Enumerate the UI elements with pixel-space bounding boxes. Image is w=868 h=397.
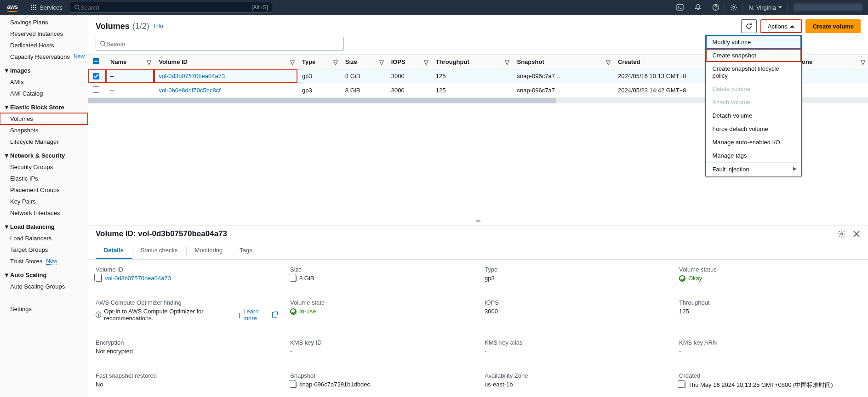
refresh-button[interactable] (741, 19, 757, 33)
sidebar-item-dedicated-hosts[interactable]: Dedicated Hosts (0, 40, 88, 51)
help-icon[interactable] (707, 0, 725, 15)
sidebar-item-ami-catalog[interactable]: AMI Catalog (0, 88, 88, 99)
sidebar-item-placement-groups[interactable]: Placement Groups (0, 184, 88, 196)
column-snapshot[interactable]: Snapshot▽ (512, 55, 613, 69)
sidebar-item-key-pairs[interactable]: Key Pairs (0, 196, 88, 207)
caret-down-icon: ▼ (4, 104, 8, 111)
field-kms-alias: KMS key alias- (485, 339, 666, 355)
sidebar-item-security-groups[interactable]: Security Groups (0, 161, 88, 173)
menu-item-manage-auto-enabled-i-o[interactable]: Manage auto-enabled I/O (706, 136, 801, 149)
copy-icon[interactable] (679, 382, 685, 388)
detail-body: Volume IDvol-0d3b07570bea04a73Size8 GiBT… (88, 260, 868, 397)
aws-logo[interactable]: aws (0, 3, 25, 12)
sidebar-item-network-interfaces[interactable]: Network Interfaces (0, 207, 88, 219)
check-circle-icon (679, 275, 685, 282)
copy-icon[interactable] (96, 275, 102, 282)
refresh-icon (745, 23, 753, 30)
field-optimizer: AWS Compute Optimizer findingiOpt-in to … (96, 299, 277, 322)
column-size[interactable]: Size▽ (341, 55, 387, 69)
sidebar-item-snapshots[interactable]: Snapshots (0, 125, 88, 136)
table-search-input[interactable] (106, 40, 340, 47)
global-search-input[interactable] (80, 4, 251, 11)
column-throughput[interactable]: Throughput▽ (431, 55, 513, 69)
filter-icon[interactable]: ▽ (290, 58, 295, 65)
sidebar-item-images[interactable]: ▼Images (0, 62, 88, 76)
sidebar-item-savings-plans[interactable]: Savings Plans (0, 17, 88, 28)
filter-icon[interactable]: ▽ (333, 58, 338, 65)
sidebar-item-load-balancing[interactable]: ▼Load Balancing (0, 219, 88, 233)
notifications-icon[interactable] (689, 0, 707, 15)
menu-item-detach-volume[interactable]: Detach volume (706, 109, 801, 122)
gear-icon[interactable] (838, 230, 846, 238)
filter-icon[interactable]: ▽ (861, 58, 865, 65)
region-selector[interactable]: N. Virginia (743, 4, 788, 11)
search-icon (74, 4, 80, 11)
topnav-right: N. Virginia (671, 0, 868, 15)
account-menu[interactable] (794, 4, 862, 11)
services-menu[interactable]: Services (25, 0, 68, 15)
sidebar-item-auto-scaling[interactable]: ▼Auto Scaling (0, 267, 88, 281)
sidebar-item-auto-scaling-groups[interactable]: Auto Scaling Groups (0, 281, 88, 292)
actions-button[interactable]: Actions (760, 19, 802, 33)
field-az: Availability Zoneus-east-1b (485, 372, 666, 389)
row-checkbox[interactable] (93, 86, 99, 93)
sidebar-item-elastic-block-store[interactable]: ▼Elastic Block Store (0, 99, 88, 113)
field-kms-id: KMS key ID- (290, 339, 472, 355)
filter-icon[interactable]: ▽ (424, 58, 428, 65)
sidebar-item-capacity-reservations[interactable]: Capacity ReservationsNew (0, 51, 88, 62)
menu-item-manage-tags[interactable]: Manage tags (706, 149, 801, 162)
menu-item-create-snapshot-lifecycle-policy[interactable]: Create snapshot lifecycle policy (706, 62, 801, 82)
menu-item-create-snapshot[interactable]: Create snapshot (706, 49, 801, 62)
filter-icon[interactable]: ▽ (606, 58, 611, 65)
filter-icon[interactable]: ▽ (147, 58, 151, 65)
value-link[interactable]: vol-0d3b07570bea04a73 (105, 275, 171, 282)
create-volume-button[interactable]: Create volume (805, 19, 861, 33)
sidebar-item-volumes[interactable]: Volumes (0, 113, 88, 125)
copy-icon[interactable] (290, 381, 297, 388)
sidebar-item-network-security[interactable]: ▼Network & Security (0, 147, 88, 161)
tab-monitoring[interactable]: Monitoring (187, 242, 231, 259)
page-title: Volumes (1/2) (96, 22, 149, 31)
tab-tags[interactable]: Tags (231, 242, 260, 259)
menu-item-modify-volume[interactable]: Modify volume (706, 35, 801, 49)
filter-icon[interactable]: ▽ (505, 58, 509, 65)
sidebar-item-trust-stores[interactable]: Trust StoresNew (0, 255, 88, 267)
learn-more-link[interactable]: Learn more (243, 308, 269, 322)
services-label: Services (40, 4, 63, 11)
field-fsr: Fast snapshot restoredNo (96, 372, 277, 389)
menu-item-force-detach-volume[interactable]: Force detach volume (706, 122, 801, 136)
column-type[interactable]: Type▽ (297, 55, 341, 69)
filter-icon[interactable]: ▽ (379, 58, 384, 65)
volume-id-link[interactable]: vol-0b6e8ddf70c5bc8cf (154, 83, 297, 98)
sidebar-item-settings[interactable]: Settings (0, 303, 88, 315)
sidebar-item-amis[interactable]: AMIs (0, 76, 88, 88)
tab-details[interactable]: Details (96, 242, 132, 259)
sidebar-item-elastic-ips[interactable]: Elastic IPs (0, 173, 88, 184)
table-search[interactable] (96, 37, 344, 51)
column-volume-id[interactable]: Volume ID▽ (154, 55, 297, 69)
column-iops[interactable]: IOPS▽ (387, 55, 431, 69)
select-all-checkbox[interactable] (93, 58, 99, 64)
new-badge: New (46, 258, 57, 265)
field-iops: IOPS3000 (485, 299, 666, 322)
sidebar-item-reserved-instances[interactable]: Reserved Instances (0, 28, 88, 40)
info-link[interactable]: Info (154, 23, 163, 29)
column-name[interactable]: Name▽ (106, 55, 154, 69)
global-search[interactable]: [Alt+S] (70, 2, 272, 13)
settings-icon[interactable] (725, 0, 742, 15)
volume-id-link[interactable]: vol-0d3b07570bea04a73 (154, 69, 297, 83)
cloudshell-icon[interactable] (671, 0, 689, 15)
sidebar-item-target-groups[interactable]: Target Groups (0, 244, 88, 255)
caret-down-icon: ▼ (4, 272, 8, 278)
sidebar: Savings PlansReserved InstancesDedicated… (0, 15, 88, 397)
close-icon[interactable] (852, 230, 861, 238)
copy-icon[interactable] (290, 275, 297, 282)
field-kms-arn: KMS key ARN- (679, 339, 861, 355)
row-checkbox[interactable] (93, 73, 99, 79)
sidebar-item-lifecycle-manager[interactable]: Lifecycle Manager (0, 136, 88, 147)
panel-splitter[interactable]: ═ (88, 216, 868, 225)
field-type: Typegp3 (485, 266, 666, 282)
menu-item-fault-injection[interactable]: Fault injection (706, 163, 801, 176)
sidebar-item-load-balancers[interactable]: Load Balancers (0, 233, 88, 244)
tab-status-checks[interactable]: Status checks (132, 242, 186, 259)
